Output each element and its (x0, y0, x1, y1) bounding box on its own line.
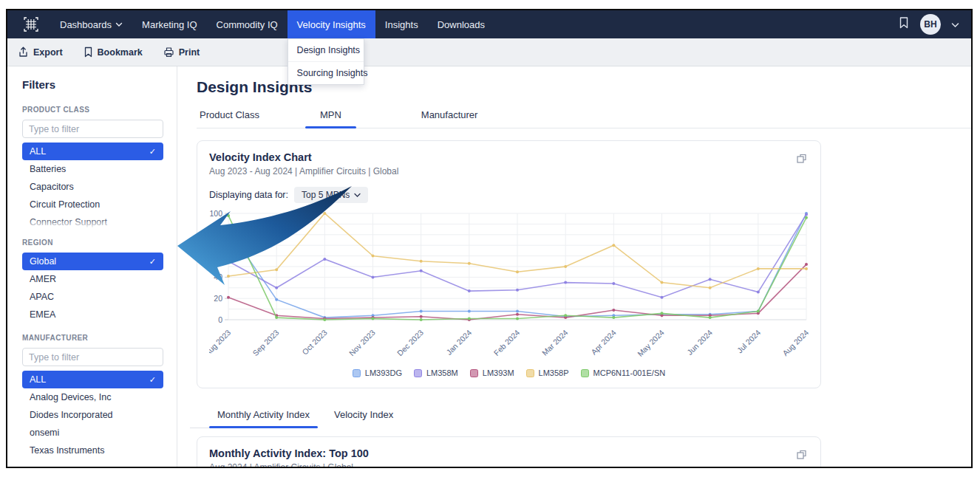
export-label: Export (33, 47, 63, 58)
index-sub-tabs: Monthly Activity IndexVelocity Index (209, 409, 971, 428)
velocity-card-title: Velocity Index Chart (209, 151, 398, 163)
actions-toolbar: Export Bookmark Print (7, 38, 971, 66)
filter-option-label: Circuit Protection (30, 199, 100, 210)
sub-tab-velocity-index[interactable]: Velocity Index (326, 409, 401, 428)
svg-text:Apr 2024: Apr 2024 (589, 328, 618, 357)
chart-legend: LM393DGLM358MLM393MLM358PMCP6N11-001E/SN (209, 368, 809, 377)
tab-product-class[interactable]: Product Class (197, 109, 262, 128)
bookmark-label: Bookmark (98, 47, 143, 58)
export-button[interactable]: Export (18, 47, 63, 58)
avatar[interactable]: BH (920, 14, 941, 35)
svg-text:100: 100 (209, 209, 222, 218)
legend-item-lm358p[interactable]: LM358P (526, 368, 569, 377)
legend-item-lm393dg[interactable]: LM393DG (353, 368, 402, 377)
filter-option-label: ALL (30, 374, 46, 385)
legend-item-lm393m[interactable]: LM393M (470, 368, 514, 377)
nav-menu: DashboardsMarketing IQCommodity IQVeloci… (50, 10, 494, 38)
legend-label: LM358M (426, 368, 458, 377)
sub-tab-monthly-activity-index[interactable]: Monthly Activity Index (209, 409, 318, 428)
filter-option-circuit-protection[interactable]: Circuit Protection (22, 196, 163, 213)
check-icon: ✓ (149, 375, 156, 385)
product-class-filter-input[interactable] (22, 120, 163, 138)
mpn-count-value: Top 5 MPNs (302, 190, 350, 200)
filter-option-global[interactable]: Global✓ (22, 253, 163, 270)
legend-item-mcp6n11-001e-sn[interactable]: MCP6N11-001E/SN (581, 368, 666, 377)
filter-option-apac[interactable]: APAC (22, 288, 163, 306)
filter-option-diodes-incorporated[interactable]: Diodes Incorporated (22, 406, 163, 424)
svg-text:Aug 2023: Aug 2023 (209, 328, 233, 357)
bookmark-icon[interactable] (898, 16, 910, 32)
filter-option-label: AMER (30, 274, 56, 284)
legend-swatch (414, 369, 422, 377)
displaying-data-label: Displaying data for: (209, 190, 288, 200)
filter-option-emea[interactable]: EMEA (22, 306, 163, 323)
app-window: DashboardsMarketing IQCommodity IQVeloci… (6, 9, 973, 468)
filters-sidebar: Filters PRODUCT CLASSALL✓BatteriesCapaci… (7, 66, 177, 467)
filter-section-label-product-class: PRODUCT CLASS (22, 106, 163, 114)
dropdown-item-sourcing-insights[interactable]: Sourcing Insights (288, 61, 364, 84)
filter-option-batteries[interactable]: Batteries (22, 160, 163, 178)
main-content: Design Insights Product ClassMPNManufact… (177, 66, 971, 467)
nav-item-insights[interactable]: Insights (375, 10, 428, 38)
velocity-index-card: Velocity Index Chart Aug 2023 - Aug 2024… (197, 140, 821, 388)
velocity-card-subtitle: Aug 2023 - Aug 2024 | Amplifier Circuits… (209, 166, 398, 176)
chevron-down-icon (115, 22, 123, 27)
legend-swatch (581, 369, 589, 377)
tab-mpn[interactable]: MPN (317, 109, 344, 128)
nav-item-commodity-iq[interactable]: Commodity IQ (207, 10, 287, 38)
legend-swatch (353, 369, 361, 377)
filter-option-label: EMEA (30, 309, 55, 320)
mpn-count-dropdown[interactable]: Top 5 MPNs (294, 187, 368, 203)
svg-text:Jan 2024: Jan 2024 (444, 328, 473, 357)
filter-option-label: Texas Instruments (30, 445, 104, 456)
svg-text:Jun 2024: Jun 2024 (685, 328, 714, 357)
nav-dropdown-menu: Design InsightsSourcing Insights (287, 38, 364, 85)
activity-card-subtitle: Aug 2024 | Amplifier Circuits | Global (209, 462, 369, 467)
nav-item-label: Downloads (438, 19, 485, 30)
filter-option-onsemi[interactable]: onsemi (22, 424, 163, 442)
top-navbar: DashboardsMarketing IQCommodity IQVeloci… (7, 10, 971, 38)
nav-item-dashboards[interactable]: Dashboards (50, 10, 132, 38)
filter-option-texas-instruments[interactable]: Texas Instruments (22, 442, 163, 459)
filter-option-label: Analog Devices, Inc (30, 392, 111, 402)
navbar-right: BH (898, 10, 971, 38)
filter-option-capacitors[interactable]: Capacitors (22, 178, 163, 196)
app-logo-grid-icon[interactable] (22, 16, 40, 33)
legend-item-lm358m[interactable]: LM358M (414, 368, 458, 377)
nav-item-downloads[interactable]: Downloads (428, 10, 494, 38)
expand-icon[interactable] (794, 151, 809, 168)
svg-text:Dec 2023: Dec 2023 (395, 328, 425, 357)
avatar-chevron-down-icon[interactable] (951, 18, 959, 31)
print-button[interactable]: Print (163, 47, 200, 58)
svg-text:Oct 2023: Oct 2023 (300, 328, 329, 357)
legend-label: MCP6N11-001E/SN (593, 368, 666, 377)
nav-item-velocity-insights[interactable]: Velocity InsightsDesign InsightsSourcing… (287, 10, 375, 38)
manufacturer-filter-input[interactable] (22, 348, 163, 366)
filter-option-label: Connector Support (30, 217, 107, 227)
bookmark-button[interactable]: Bookmark (84, 47, 143, 58)
filter-option-connector-support[interactable]: Connector Support (22, 213, 163, 228)
legend-label: LM393DG (365, 368, 402, 377)
check-icon: ✓ (149, 257, 156, 267)
filter-option-all[interactable]: ALL✓ (22, 371, 163, 388)
filter-option-label: Capacitors (30, 182, 74, 192)
tab-manufacturer[interactable]: Manufacturer (418, 109, 481, 128)
expand-icon[interactable] (794, 447, 809, 464)
filter-option-label: APAC (30, 292, 54, 302)
svg-text:20: 20 (214, 294, 222, 303)
print-label: Print (179, 47, 200, 58)
svg-text:40: 40 (214, 272, 222, 281)
svg-text:80: 80 (214, 230, 222, 238)
nav-item-label: Commodity IQ (217, 19, 278, 30)
nav-item-marketing-iq[interactable]: Marketing IQ (132, 10, 206, 38)
nav-item-label: Marketing IQ (142, 19, 197, 30)
dropdown-item-design-insights[interactable]: Design Insights (288, 39, 364, 61)
export-icon (18, 47, 29, 58)
filter-option-analog-devices-inc[interactable]: Analog Devices, Inc (22, 388, 163, 406)
filter-option-label: Diodes Incorporated (30, 410, 113, 420)
nav-item-label: Dashboards (60, 19, 112, 30)
filter-option-all[interactable]: ALL✓ (22, 143, 163, 160)
filter-option-amer[interactable]: AMER (22, 270, 163, 288)
legend-label: LM393M (483, 368, 514, 377)
legend-swatch (526, 369, 534, 377)
